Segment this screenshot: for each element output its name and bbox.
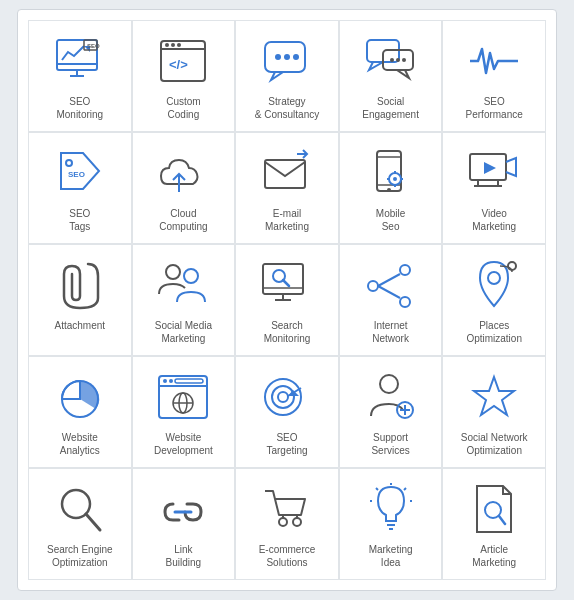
- article-marketing-label: ArticleMarketing: [472, 543, 516, 569]
- seo-main-label: Search EngineOptimization: [47, 543, 113, 569]
- svg-point-71: [278, 392, 288, 402]
- link-building-label: LinkBuilding: [166, 543, 202, 569]
- search-monitoring-icon: [259, 257, 315, 313]
- icon-cell-link-building[interactable]: LinkBuilding: [132, 468, 236, 580]
- mobile-seo-label: MobileSeo: [376, 207, 405, 233]
- svg-point-10: [171, 43, 175, 47]
- svg-point-70: [272, 386, 294, 408]
- strategy-label: Strategy& Consultancy: [255, 95, 319, 121]
- svg-point-74: [380, 375, 398, 393]
- seo-main-icon: [52, 481, 108, 537]
- icon-cell-search-monitoring[interactable]: SearchMonitoring: [235, 244, 339, 356]
- icon-cell-social-engagement[interactable]: SocialEngagement: [339, 20, 443, 132]
- svg-point-15: [275, 54, 281, 60]
- icon-cell-social-media[interactable]: Social MediaMarketing: [132, 244, 236, 356]
- support-services-label: SupportServices: [371, 431, 409, 457]
- icon-cell-places-optimization[interactable]: PlacesOptimization: [442, 244, 546, 356]
- search-monitoring-label: SearchMonitoring: [264, 319, 311, 345]
- website-analytics-label: WebsiteAnalytics: [60, 431, 100, 457]
- social-engagement-icon: [363, 33, 419, 89]
- marketing-idea-label: MarketingIdea: [369, 543, 413, 569]
- svg-point-35: [393, 177, 397, 181]
- icon-cell-email-marketing[interactable]: E-mailMarketing: [235, 132, 339, 244]
- svg-point-16: [284, 54, 290, 60]
- icon-cell-support-services[interactable]: SupportServices: [339, 356, 443, 468]
- cloud-computing-label: CloudComputing: [159, 207, 207, 233]
- icon-cell-website-development[interactable]: WebsiteDevelopment: [132, 356, 236, 468]
- social-media-label: Social MediaMarketing: [155, 319, 212, 345]
- icon-grid: SEO SEOMonitoring </> CustomCoding: [28, 20, 546, 580]
- icon-cell-mobile-seo[interactable]: MobileSeo: [339, 132, 443, 244]
- svg-line-95: [499, 516, 505, 524]
- icon-cell-article-marketing[interactable]: ArticleMarketing: [442, 468, 546, 580]
- svg-line-57: [378, 286, 400, 298]
- svg-point-45: [166, 265, 180, 279]
- places-optimization-icon: [466, 257, 522, 313]
- svg-point-82: [279, 518, 287, 526]
- attachment-icon: [52, 257, 108, 313]
- icon-cell-strategy[interactable]: Strategy& Consultancy: [235, 20, 339, 132]
- svg-text:SEO: SEO: [68, 170, 85, 179]
- link-building-icon: [155, 481, 211, 537]
- svg-point-22: [390, 58, 394, 62]
- video-marketing-icon: [466, 145, 522, 201]
- icon-cell-social-network-opt[interactable]: Social NetworkOptimization: [442, 356, 546, 468]
- icon-cell-attachment[interactable]: Attachment: [28, 244, 132, 356]
- svg-rect-28: [265, 160, 305, 188]
- svg-point-55: [400, 297, 410, 307]
- seo-targeting-label: SEOTargeting: [266, 431, 307, 457]
- icon-cell-marketing-idea[interactable]: MarketingIdea: [339, 468, 443, 580]
- support-services-icon: [363, 369, 419, 425]
- icon-cell-seo-main[interactable]: Search EngineOptimization: [28, 468, 132, 580]
- seo-tags-label: SEOTags: [69, 207, 90, 233]
- icon-cell-seo-targeting[interactable]: SEOTargeting: [235, 356, 339, 468]
- svg-marker-44: [484, 162, 496, 174]
- svg-marker-14: [271, 72, 283, 80]
- website-development-icon: [155, 369, 211, 425]
- icon-cell-internet-network[interactable]: InternetNetwork: [339, 244, 443, 356]
- icon-cell-video-marketing[interactable]: VideoMarketing: [442, 132, 546, 244]
- svg-line-80: [86, 514, 100, 530]
- icon-cell-seo-monitoring[interactable]: SEO SEOMonitoring: [28, 20, 132, 132]
- svg-point-23: [396, 58, 400, 62]
- website-analytics-icon: [52, 369, 108, 425]
- svg-point-11: [177, 43, 181, 47]
- email-marketing-icon: [259, 145, 315, 201]
- seo-monitoring-icon: SEO: [52, 33, 108, 89]
- svg-point-53: [400, 265, 410, 275]
- svg-point-54: [368, 281, 378, 291]
- svg-text:</>: </>: [169, 57, 188, 72]
- ecommerce-label: E-commerceSolutions: [259, 543, 316, 569]
- internet-network-label: InternetNetwork: [372, 319, 409, 345]
- svg-point-17: [293, 54, 299, 60]
- icon-cell-ecommerce[interactable]: E-commerceSolutions: [235, 468, 339, 580]
- svg-point-59: [508, 262, 516, 270]
- svg-point-9: [165, 43, 169, 47]
- svg-point-33: [387, 188, 391, 192]
- svg-point-46: [184, 269, 198, 283]
- icon-cell-seo-performance[interactable]: SEOPerformance: [442, 20, 546, 132]
- social-network-opt-label: Social NetworkOptimization: [461, 431, 528, 457]
- video-marketing-label: VideoMarketing: [472, 207, 516, 233]
- svg-marker-78: [474, 377, 514, 415]
- marketing-idea-icon: [363, 481, 419, 537]
- svg-point-25: [66, 160, 72, 166]
- social-network-opt-icon: [466, 369, 522, 425]
- seo-targeting-icon: [259, 369, 315, 425]
- places-optimization-label: PlacesOptimization: [466, 319, 522, 345]
- svg-point-58: [488, 272, 500, 284]
- icon-cell-custom-coding[interactable]: </> CustomCoding: [132, 20, 236, 132]
- seo-tags-icon: SEO: [52, 145, 108, 201]
- icon-cell-website-analytics[interactable]: WebsiteAnalytics: [28, 356, 132, 468]
- ecommerce-icon: [259, 481, 315, 537]
- article-marketing-icon: [466, 481, 522, 537]
- icon-cell-cloud-computing[interactable]: CloudComputing: [132, 132, 236, 244]
- attachment-label: Attachment: [55, 319, 106, 332]
- svg-line-56: [378, 274, 400, 286]
- svg-point-24: [402, 58, 406, 62]
- svg-rect-65: [175, 379, 203, 383]
- svg-point-69: [265, 379, 301, 415]
- icon-cell-seo-tags[interactable]: SEO SEOTags: [28, 132, 132, 244]
- custom-coding-label: CustomCoding: [166, 95, 200, 121]
- email-marketing-label: E-mailMarketing: [265, 207, 309, 233]
